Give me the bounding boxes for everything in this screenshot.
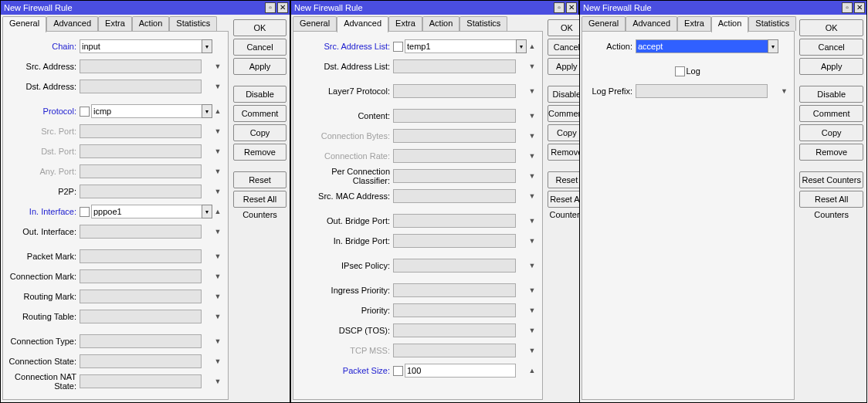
packet-mark-input[interactable] [80,249,202,263]
connection-nat-state-input[interactable] [80,374,202,388]
tab-extra[interactable]: Extra [388,16,422,31]
packet-size-collapse[interactable]: ▲ [527,367,537,374]
connection-bytes-input[interactable] [393,129,516,143]
remove-button[interactable]: Remove [233,144,287,161]
reset-counters-button[interactable]: Reset Counters [799,171,863,188]
chain-dropdown[interactable]: ▾ [202,39,212,53]
titlebar[interactable]: New Firewall Rule ▫ ✕ [291,1,578,15]
src-port-input[interactable] [80,124,202,138]
tab-general[interactable]: General [581,16,626,31]
packet-size-not-checkbox[interactable] [393,366,403,376]
action-input[interactable] [636,39,768,53]
src-address-input[interactable] [80,59,202,73]
layer7-protocol-input[interactable] [393,84,516,98]
in-interface-input[interactable] [91,205,202,218]
p2p-input[interactable] [80,185,202,198]
tab-advanced[interactable]: Advanced [626,16,677,31]
comment-button[interactable]: Comment [233,105,287,122]
chain-input[interactable] [80,39,202,53]
packet-mark-expand[interactable]: ▼ [212,252,223,260]
minimize-button[interactable]: ▫ [842,2,853,13]
dst-port-expand[interactable]: ▼ [212,147,223,155]
in-bridge-port-expand[interactable]: ▼ [527,237,537,245]
tab-advanced[interactable]: Advanced [337,16,388,32]
content-expand[interactable]: ▼ [527,112,537,120]
ok-button[interactable]: OK [233,19,287,36]
in-interface-not-checkbox[interactable] [80,207,90,217]
connection-nat-state-expand[interactable]: ▼ [212,378,223,385]
out-interface-expand[interactable]: ▼ [212,228,223,235]
copy-button[interactable]: Copy [233,124,287,141]
protocol-not-checkbox[interactable] [80,107,90,117]
tab-action[interactable]: Action [132,16,170,31]
titlebar[interactable]: New Firewall Rule ▫ ✕ [1,1,290,15]
out-interface-input[interactable] [80,225,202,239]
minimize-button[interactable]: ▫ [265,2,276,13]
connection-rate-expand[interactable]: ▼ [527,152,537,160]
p2p-expand[interactable]: ▼ [212,188,223,195]
src-address-list-not-checkbox[interactable] [393,42,403,52]
connection-type-input[interactable] [80,334,202,348]
src-address-list-dropdown[interactable]: ▾ [516,39,527,53]
apply-button[interactable]: Apply [799,58,863,75]
ipsec-policy-input[interactable] [393,259,516,273]
out-bridge-port-expand[interactable]: ▼ [527,217,537,225]
apply-button[interactable]: Apply [233,58,287,75]
disable-button[interactable]: Disable [233,86,287,103]
tab-action[interactable]: Action [711,16,749,32]
tcp-mss-expand[interactable]: ▼ [527,347,537,354]
connection-rate-input[interactable] [393,149,516,163]
reset-counters-button[interactable]: Reset Counters [233,171,287,188]
any-port-input[interactable] [80,164,202,178]
ingress-priority-expand[interactable]: ▼ [527,286,537,294]
src-address-list-input[interactable] [405,39,517,53]
dscp-expand[interactable]: ▼ [527,327,537,334]
tab-general[interactable]: General [293,16,337,31]
in-bridge-port-input[interactable] [393,234,516,248]
connection-mark-input[interactable] [80,269,202,283]
cancel-button[interactable]: Cancel [233,39,287,56]
routing-table-input[interactable] [80,310,202,323]
dst-address-expand[interactable]: ▼ [212,83,223,90]
tab-statistics[interactable]: Statistics [459,16,507,31]
close-button[interactable]: ✕ [854,2,865,13]
tcp-mss-input[interactable] [393,344,516,357]
any-port-expand[interactable]: ▼ [212,168,223,175]
close-button[interactable]: ✕ [277,2,288,13]
cancel-button[interactable]: Cancel [799,39,863,56]
titlebar[interactable]: New Firewall Rule ▫ ✕ [580,1,866,15]
tab-statistics[interactable]: Statistics [748,16,796,31]
protocol-collapse[interactable]: ▲ [212,107,223,115]
connection-bytes-expand[interactable]: ▼ [527,132,537,140]
priority-input[interactable] [393,303,516,317]
content-input[interactable] [393,109,516,123]
src-port-expand[interactable]: ▼ [212,127,223,135]
reset-all-counters-button[interactable]: Reset All Counters [799,191,863,208]
src-mac-expand[interactable]: ▼ [527,192,537,200]
tab-statistics[interactable]: Statistics [169,16,217,31]
dst-address-list-input[interactable] [393,59,516,73]
copy-button[interactable]: Copy [799,124,863,141]
src-address-list-collapse[interactable]: ▲ [527,42,537,50]
in-interface-dropdown[interactable]: ▾ [202,205,212,218]
dst-address-input[interactable] [80,80,202,93]
close-button[interactable]: ✕ [566,2,577,13]
log-checkbox[interactable] [675,66,685,76]
pcc-input[interactable] [393,169,516,183]
dscp-input[interactable] [393,323,516,337]
minimize-button[interactable]: ▫ [554,2,565,13]
src-mac-input[interactable] [393,189,516,203]
tab-action[interactable]: Action [422,16,460,31]
log-prefix-input[interactable] [636,84,768,98]
protocol-dropdown[interactable]: ▾ [202,104,212,118]
packet-size-input[interactable] [405,364,516,378]
comment-button[interactable]: Comment [799,105,863,122]
protocol-input[interactable] [91,104,202,118]
connection-state-expand[interactable]: ▼ [212,357,223,365]
dst-port-input[interactable] [80,144,202,158]
remove-button[interactable]: Remove [799,144,863,161]
out-bridge-port-input[interactable] [393,214,516,228]
src-address-expand[interactable]: ▼ [212,63,223,70]
ipsec-policy-expand[interactable]: ▼ [527,262,537,269]
log-prefix-expand[interactable]: ▼ [778,87,789,95]
